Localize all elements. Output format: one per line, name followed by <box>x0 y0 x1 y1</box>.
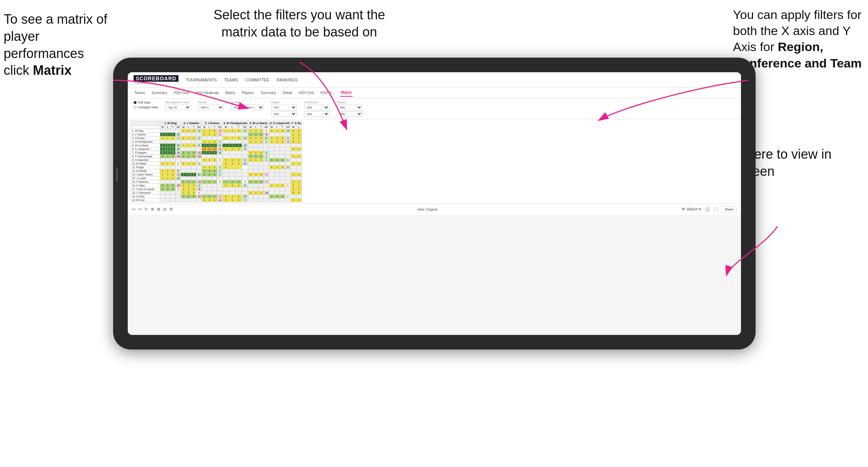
share-button[interactable]: Share <box>721 207 737 212</box>
matrix-cell: 0 <box>186 151 191 155</box>
tab-matrix-active[interactable]: Matrix <box>340 89 352 97</box>
tab-teams[interactable]: Teams <box>134 89 146 96</box>
matrix-cell: 0 <box>235 136 242 140</box>
matrix-cell: -15 <box>196 151 202 155</box>
player-name-cell: 14. J Lundin <box>131 177 160 180</box>
redo-icon[interactable]: ↪ <box>138 207 142 212</box>
matrix-cell <box>202 191 207 195</box>
pointer-icon[interactable]: ⊕ <box>151 207 154 212</box>
table-row: 1. W Ding12011110-21201713000101302 <box>131 129 302 133</box>
player-name-cell: 12. M Riedel <box>131 169 160 173</box>
zoom-out-icon[interactable]: ⊟ <box>163 207 166 212</box>
player-name-cell: 6. C Lamprecht <box>131 147 160 151</box>
region-select-1[interactable]: N/A <box>271 105 297 110</box>
matrix-cell <box>280 144 285 147</box>
nav-teams[interactable]: TEAMS <box>224 78 238 82</box>
matrix-cell <box>258 177 264 180</box>
table-row: 19. D Ford200-20200-1010131010 <box>131 195 302 198</box>
matrix-cell <box>207 177 212 180</box>
region-select-2[interactable]: N/A <box>271 111 297 117</box>
matrix-cell <box>202 184 207 188</box>
matrix-cell <box>248 177 253 180</box>
matrix-cell <box>296 166 302 169</box>
matrix-cell <box>296 158 302 162</box>
matrix-cell: 6 <box>242 147 248 151</box>
gender-filter: Gender Men's <box>198 101 224 110</box>
matrix-cell: 11 <box>242 162 248 166</box>
matrix-cell <box>242 155 248 158</box>
matrix-cell <box>248 169 253 173</box>
matrix-cell: 0 <box>258 155 264 158</box>
matrix-cell: 1 <box>217 173 223 177</box>
matrix-cell <box>291 195 296 198</box>
conference-select-1[interactable]: (All) <box>304 105 330 110</box>
nav-committee[interactable]: COMMITTEE <box>245 78 269 82</box>
max-players-select[interactable]: Top 25 <box>165 105 191 110</box>
matrix-cell: 0 <box>165 188 170 191</box>
gender-select[interactable]: Men's <box>198 105 224 110</box>
tab-h2h-grid2[interactable]: H2H Grid <box>298 89 315 96</box>
nav-tournaments[interactable]: TOURNAMENTS <box>186 78 217 82</box>
matrix-cell <box>242 177 248 180</box>
full-view-radio[interactable]: Full View <box>134 101 158 104</box>
settings-icon[interactable]: ⚙ <box>169 207 173 212</box>
tab-summary[interactable]: Summary <box>151 89 168 96</box>
division-label: Division <box>231 101 264 104</box>
matrix-cell: 13 <box>285 129 291 133</box>
player-name-cell: 13. J Skov Olesen <box>131 173 160 177</box>
matrix-cell: 0 <box>258 180 264 184</box>
players-select-1[interactable]: (All) <box>337 105 362 110</box>
matrix-cell <box>242 169 248 173</box>
sub-nav: Teams Summary H2H Grid H2H Heatmap Matri… <box>128 88 741 99</box>
matrix-cell: 2 <box>296 155 302 158</box>
tab-detail[interactable]: Detail <box>282 89 293 96</box>
tab-h2h-grid[interactable]: H2H Grid <box>173 89 190 96</box>
tab-players[interactable]: Players <box>241 89 255 96</box>
tab-matrix-left[interactable]: Matrix <box>224 89 236 96</box>
matrix-cell: 2 <box>186 129 191 133</box>
matrix-cell <box>170 166 176 169</box>
matrix-cell <box>207 188 212 191</box>
matrix-cell <box>285 133 291 136</box>
matrix-cell <box>235 166 242 169</box>
matrix-cell: 0 <box>170 136 176 140</box>
conference-select-2[interactable]: (All) <box>304 111 330 117</box>
matrix-cell <box>181 133 186 136</box>
matrix-cell <box>176 129 181 133</box>
matrix-cell: 0 <box>181 162 186 166</box>
matrix-cell <box>258 147 264 151</box>
matrix-cell <box>253 198 258 202</box>
zoom-in-icon[interactable]: ⊞ <box>157 207 160 212</box>
matrix-cell <box>191 166 196 169</box>
compact-view-radio[interactable]: Compact View <box>134 105 158 109</box>
matrix-cell: 0 <box>248 158 253 162</box>
matrix-cell <box>229 133 235 136</box>
matrix-cell: 0 <box>196 191 202 195</box>
matrix-cell: 1 <box>160 162 165 166</box>
matrix-cell: 2 <box>296 180 302 184</box>
undo-icon[interactable]: ↩ <box>132 207 135 212</box>
table-row: 12. M Riedel11061001 <box>131 169 302 173</box>
division-select[interactable]: NCAA Division I <box>231 105 264 110</box>
watch-label[interactable]: 👁 Watch ▾ <box>681 207 701 212</box>
matrix-cell: 1 <box>202 173 207 177</box>
matrix-cell: 0 <box>217 180 223 184</box>
nav-rankings[interactable]: RANKINGS <box>277 78 297 82</box>
matrix-cell <box>191 158 196 162</box>
players-select-2[interactable]: (All) <box>337 111 362 117</box>
player-name-cell: 9. N Gabrelcik <box>131 158 160 162</box>
matrix-cell: 0 <box>186 180 191 184</box>
refresh-icon[interactable]: ↻ <box>145 207 148 212</box>
matrix-cell <box>242 188 248 191</box>
tab-summary2[interactable]: Summary <box>260 89 277 96</box>
matrix-cell <box>229 191 235 195</box>
matrix-cell: 3 <box>186 191 191 195</box>
screen-icon[interactable]: ⬜ <box>705 207 710 212</box>
fullscreen-icon[interactable]: ⛶ <box>714 207 718 212</box>
matrix-cell <box>181 147 186 151</box>
tab-h2h-h[interactable]: H2H H... <box>320 89 335 96</box>
tab-h2h-heatmap[interactable]: H2H Heatmap <box>195 89 219 96</box>
matrix-cell: 2 <box>202 195 207 198</box>
matrix-cell <box>160 140 165 144</box>
matrix-area[interactable]: 1. W Ding 2. L Clanton 3. J Koivun 4. M … <box>128 119 741 204</box>
